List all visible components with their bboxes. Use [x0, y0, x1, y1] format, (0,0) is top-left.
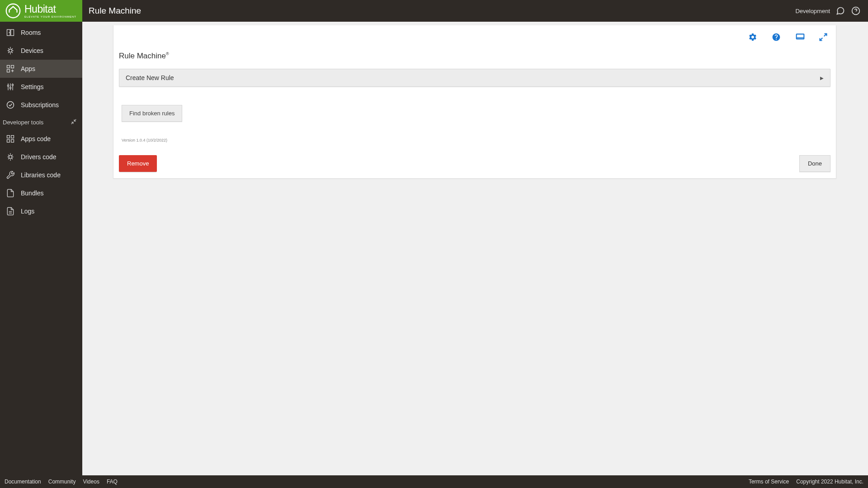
- svg-point-23: [9, 87, 11, 89]
- svg-point-21: [7, 85, 9, 86]
- apps-icon: [5, 64, 15, 74]
- footer-copyright: Copyright 2022 Hubitat, Inc.: [796, 479, 863, 485]
- chevron-right-icon: ▶: [820, 76, 824, 81]
- svg-line-41: [12, 155, 13, 156]
- sidebar-item-settings[interactable]: Settings: [0, 78, 82, 96]
- bundles-icon: [5, 188, 15, 198]
- rooms-icon: [5, 28, 15, 38]
- svg-line-28: [71, 122, 73, 124]
- header-right: Development: [795, 6, 861, 16]
- action-row: Remove Done: [113, 142, 836, 178]
- svg-line-11: [8, 48, 9, 50]
- libraries-code-icon: [5, 170, 15, 180]
- logo-text: Hubitat ELEVATE YOUR ENVIRONMENT: [24, 4, 76, 18]
- svg-line-40: [8, 158, 9, 160]
- sidebar-item-label: Apps: [21, 65, 35, 72]
- sidebar-item-label: Subscriptions: [21, 101, 59, 109]
- version-text: Version 1.0.4 (10/2/2022): [122, 138, 836, 142]
- create-rule-label: Create New Rule: [126, 74, 174, 81]
- main-content: Rule Machine® Create New Rule ▶ Find bro…: [82, 22, 868, 475]
- remove-button[interactable]: Remove: [119, 155, 157, 172]
- panel-toolbar: [748, 33, 828, 42]
- svg-rect-15: [7, 66, 10, 68]
- create-new-rule-button[interactable]: Create New Rule ▶: [119, 69, 830, 87]
- svg-line-14: [12, 48, 13, 50]
- collapse-icon: [71, 118, 77, 126]
- app-header: Hubitat ELEVATE YOUR ENVIRONMENT Rule Ma…: [0, 0, 868, 22]
- page-title: Rule Machine: [89, 6, 141, 16]
- footer: Documentation Community Videos FAQ Terms…: [0, 475, 868, 488]
- footer-link-documentation[interactable]: Documentation: [5, 479, 41, 485]
- sidebar-item-bundles[interactable]: Bundles: [0, 184, 82, 202]
- body-area: Rooms Devices Apps Settings Subscription…: [0, 22, 868, 475]
- svg-rect-29: [7, 136, 10, 138]
- svg-rect-4: [11, 29, 14, 35]
- sidebar-item-label: Devices: [21, 47, 43, 54]
- sidebar-item-subscriptions[interactable]: Subscriptions: [0, 96, 82, 114]
- svg-line-13: [8, 52, 9, 53]
- logo-tagline: ELEVATE YOUR ENVIRONMENT: [24, 15, 76, 18]
- monitor-icon[interactable]: [795, 33, 804, 42]
- footer-left: Documentation Community Videos FAQ: [5, 479, 118, 485]
- svg-point-5: [9, 33, 9, 33]
- dev-tools-label: Developer tools: [3, 119, 43, 126]
- subscriptions-icon: [5, 100, 15, 110]
- footer-right: Terms of Service Copyright 2022 Hubitat,…: [749, 479, 863, 485]
- logo-name: Hubitat: [24, 4, 76, 14]
- svg-point-25: [12, 84, 13, 85]
- svg-rect-16: [11, 66, 14, 68]
- footer-link-community[interactable]: Community: [48, 479, 76, 485]
- sidebar-item-logs[interactable]: Logs: [0, 202, 82, 220]
- svg-line-39: [12, 158, 13, 160]
- expand-icon[interactable]: [819, 33, 828, 42]
- apps-code-icon: [5, 134, 15, 144]
- svg-line-27: [74, 119, 76, 121]
- logs-icon: [5, 206, 15, 216]
- registered-mark: ®: [166, 52, 169, 56]
- svg-rect-30: [11, 136, 14, 138]
- find-broken-rules-button[interactable]: Find broken rules: [122, 105, 182, 122]
- footer-link-faq[interactable]: FAQ: [107, 479, 118, 485]
- svg-rect-17: [7, 70, 10, 72]
- svg-point-6: [9, 49, 12, 52]
- hubitat-logo-icon: [5, 2, 22, 19]
- sidebar: Rooms Devices Apps Settings Subscription…: [0, 22, 82, 475]
- app-title-text: Rule Machine: [119, 52, 166, 60]
- footer-terms[interactable]: Terms of Service: [749, 479, 789, 485]
- app-panel: Rule Machine® Create New Rule ▶ Find bro…: [113, 25, 836, 179]
- sidebar-item-apps-code[interactable]: Apps code: [0, 130, 82, 148]
- sidebar-item-label: Drivers code: [21, 153, 57, 161]
- sidebar-item-label: Apps code: [21, 135, 51, 142]
- sidebar-item-apps[interactable]: Apps: [0, 60, 82, 78]
- sidebar-item-devices[interactable]: Devices: [0, 42, 82, 60]
- svg-point-26: [7, 102, 14, 109]
- settings-icon: [5, 82, 15, 92]
- development-label[interactable]: Development: [795, 8, 830, 14]
- drivers-code-icon: [5, 152, 15, 162]
- app-title: Rule Machine®: [113, 25, 836, 69]
- devices-icon: [5, 46, 15, 56]
- sidebar-item-label: Logs: [21, 208, 34, 215]
- sidebar-item-label: Bundles: [21, 190, 44, 197]
- sidebar-item-drivers-code[interactable]: Drivers code: [0, 148, 82, 166]
- help-circle-icon[interactable]: [851, 6, 861, 16]
- svg-point-33: [9, 156, 12, 159]
- sidebar-item-label: Rooms: [21, 29, 41, 36]
- svg-rect-32: [11, 140, 14, 142]
- sidebar-item-rooms[interactable]: Rooms: [0, 24, 82, 42]
- sidebar-item-label: Libraries code: [21, 171, 61, 179]
- svg-line-38: [8, 155, 9, 156]
- gear-icon[interactable]: [748, 33, 757, 42]
- chat-icon[interactable]: [835, 6, 845, 16]
- svg-line-12: [12, 52, 13, 53]
- done-button[interactable]: Done: [799, 155, 830, 172]
- help-icon[interactable]: [772, 33, 781, 42]
- svg-rect-31: [7, 140, 10, 142]
- sidebar-item-label: Settings: [21, 83, 44, 90]
- footer-link-videos[interactable]: Videos: [83, 479, 99, 485]
- developer-tools-header[interactable]: Developer tools: [0, 114, 82, 130]
- logo-area[interactable]: Hubitat ELEVATE YOUR ENVIRONMENT: [0, 0, 82, 22]
- sidebar-item-libraries-code[interactable]: Libraries code: [0, 166, 82, 184]
